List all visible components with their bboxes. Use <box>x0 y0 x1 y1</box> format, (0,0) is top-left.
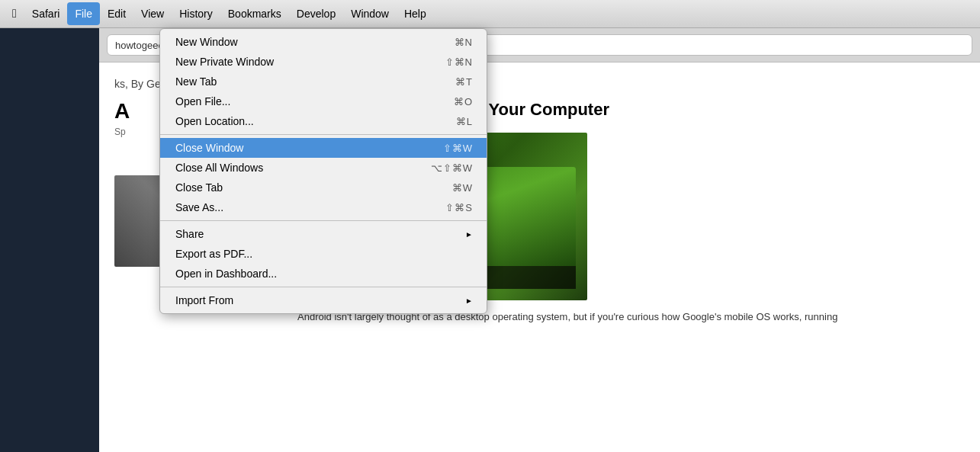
menu-item-open-dashboard-label: Open in Dashboard... <box>175 268 473 280</box>
menu-item-close-all-windows[interactable]: Close All Windows ⌥⇧⌘W <box>160 158 487 178</box>
menu-item-export-pdf[interactable]: Export as PDF... <box>160 244 487 264</box>
menubar-edit[interactable]: Edit <box>100 2 133 25</box>
menu-item-close-window-shortcut: ⇧⌘W <box>443 143 473 154</box>
menu-item-save-as[interactable]: Save As... ⇧⌘S <box>160 197 487 217</box>
menu-item-close-tab-shortcut: ⌘W <box>452 182 473 194</box>
menu-item-close-tab-label: Close Tab <box>175 181 452 194</box>
menu-item-save-as-label: Save As... <box>175 201 445 213</box>
apple-menu[interactable]:  <box>5 2 24 25</box>
menubar-bookmarks[interactable]: Bookmarks <box>220 2 289 25</box>
separator-3 <box>160 287 487 287</box>
menu-item-import-from[interactable]: Import From ► <box>160 290 487 310</box>
menu-item-new-private-window-shortcut: ⇧⌘N <box>445 56 473 68</box>
menubar-view[interactable]: View <box>133 2 172 25</box>
menubar-safari[interactable]: Safari <box>24 2 68 25</box>
menu-item-new-tab[interactable]: New Tab ⌘T <box>160 72 487 91</box>
menu-item-save-as-shortcut: ⇧⌘S <box>445 202 473 213</box>
browser-content: howtogeeek.com ks, By Geeks. A Sp ☰ H <box>0 28 980 452</box>
import-submenu-arrow: ► <box>465 297 473 305</box>
left-sidebar <box>0 28 99 452</box>
menu-item-open-file-shortcut: ⌘O <box>454 96 473 107</box>
menu-item-close-window-label: Close Window <box>175 142 443 154</box>
menu-item-share[interactable]: Share ► <box>160 224 487 244</box>
menu-item-close-all-windows-label: Close All Windows <box>175 162 431 174</box>
menu-item-new-window-label: New Window <box>175 36 455 48</box>
menu-item-new-private-window-label: New Private Window <box>175 56 445 68</box>
menu-item-share-label: Share <box>175 228 461 240</box>
menu-item-close-tab[interactable]: Close Tab ⌘W <box>160 178 487 197</box>
menu-item-export-pdf-label: Export as PDF... <box>175 248 473 260</box>
menubar-window[interactable]: Window <box>343 2 397 25</box>
menubar-develop[interactable]: Develop <box>289 2 343 25</box>
menu-item-new-tab-shortcut: ⌘T <box>455 76 473 88</box>
menu-item-close-all-windows-shortcut: ⌥⇧⌘W <box>431 162 473 174</box>
menu-item-open-file[interactable]: Open File... ⌘O <box>160 91 487 111</box>
menubar-file[interactable]: File <box>67 2 100 25</box>
menu-item-new-private-window[interactable]: New Private Window ⇧⌘N <box>160 52 487 72</box>
menu-item-open-file-label: Open File... <box>175 95 454 107</box>
menubar:  Safari File Edit View History Bookmark… <box>0 0 980 28</box>
separator-2 <box>160 220 487 221</box>
file-dropdown-menu: New Window ⌘N New Private Window ⇧⌘N New… <box>159 28 487 314</box>
share-submenu-arrow: ► <box>465 230 473 239</box>
menu-item-open-location-label: Open Location... <box>175 115 456 127</box>
menu-item-close-window[interactable]: Close Window ⇧⌘W <box>160 138 487 158</box>
menu-item-new-tab-label: New Tab <box>175 75 455 88</box>
menubar-history[interactable]: History <box>172 2 220 25</box>
separator-1 <box>160 134 487 135</box>
menu-item-open-location[interactable]: Open Location... ⌘L <box>160 111 487 131</box>
menubar-help[interactable]: Help <box>397 2 434 25</box>
menu-item-new-window[interactable]: New Window ⌘N <box>160 32 487 52</box>
menu-item-open-location-shortcut: ⌘L <box>456 116 473 127</box>
menu-item-import-from-label: Import From <box>175 294 461 306</box>
menu-item-new-window-shortcut: ⌘N <box>455 37 473 48</box>
menu-item-open-dashboard[interactable]: Open in Dashboard... <box>160 264 487 284</box>
